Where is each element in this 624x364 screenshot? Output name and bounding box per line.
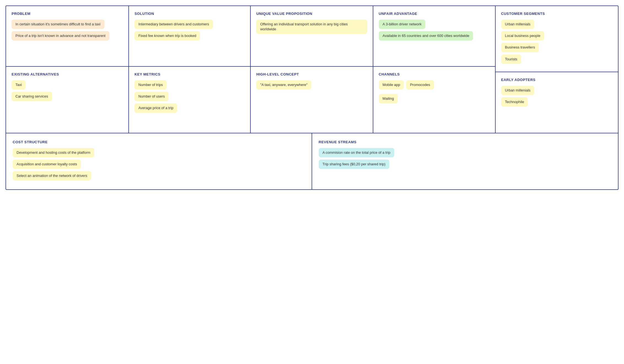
lean-canvas: PROBLEM In certain situation it's someti… — [6, 6, 618, 190]
customer-segments-tags: Urban millenials Local business people B… — [501, 20, 612, 66]
customer-segments-cell: CUSTOMER SEGMENTS Urban millenials Local… — [496, 6, 618, 72]
cost-tag-2: Select an animation of the network of dr… — [13, 171, 91, 180]
solution-tag-0: Intermediary between drivers and custome… — [134, 20, 213, 29]
existing-tag-1: Car sharing services — [12, 92, 52, 101]
solution-title: SOLUTION — [134, 12, 245, 16]
channels-tags: Mobile app Promocodes Mailing — [379, 80, 490, 106]
col-solution: SOLUTION Intermediary between drivers an… — [128, 6, 251, 133]
channels-cell: CHANNELS Mobile app Promocodes Mailing — [373, 67, 495, 127]
revenue-streams-title: REVENUE STREAMS — [319, 140, 612, 144]
segment-tag-2: Business travellers — [501, 43, 539, 52]
col-unfair: UNFAIR ADVANTAGE A 3-billion driver netw… — [373, 6, 496, 133]
revenue-tag-0: A commision rate on the total price of a… — [319, 148, 394, 157]
channels-tag-2: Mailing — [379, 94, 398, 103]
high-level-title: HIGH-LEVEL CONCEPT — [256, 72, 367, 76]
uvp-tags: Offering an individual transport solutio… — [256, 20, 367, 36]
existing-alternatives-cell: EXISTING ALTERNATIVES Taxi Car sharing s… — [6, 67, 128, 127]
early-adopters-title: EARLY ADOPTERS — [501, 78, 612, 82]
unfair-tag-0: A 3-billion driver network — [379, 20, 426, 29]
channels-title: CHANNELS — [379, 72, 490, 76]
col-uvp: UNIQUE VALUE PROPOSITION Offering an ind… — [251, 6, 373, 133]
key-metrics-title: KEY METRICS — [134, 72, 245, 76]
high-level-tag-0: "A taxi, anyware, everywhere" — [256, 80, 311, 90]
existing-tag-0: Taxi — [12, 80, 26, 90]
revenue-streams-cell: REVENUE STREAMS A commision rate on the … — [312, 133, 618, 190]
adopter-tag-0: Urban millenials — [501, 86, 534, 95]
solution-tags: Intermediary between drivers and custome… — [134, 20, 245, 43]
problem-tags: In certain situation it's sometimes diff… — [12, 20, 123, 43]
col-segments: CUSTOMER SEGMENTS Urban millenials Local… — [496, 6, 618, 133]
high-level-cell: HIGH-LEVEL CONCEPT "A taxi, anyware, eve… — [251, 67, 372, 127]
bottom-section: COST STRUCTURE Development and hosting c… — [6, 133, 618, 190]
unfair-advantage-title: UNFAIR ADVANTAGE — [379, 12, 490, 16]
high-level-tags: "A taxi, anyware, everywhere" — [256, 80, 367, 92]
cost-structure-cell: COST STRUCTURE Development and hosting c… — [6, 133, 312, 190]
problem-tag-1: Price of a trip isn't known in advance a… — [12, 31, 109, 41]
top-section: PROBLEM In certain situation it's someti… — [6, 6, 618, 133]
unfair-advantage-tags: A 3-billion driver network Available in … — [379, 20, 490, 43]
segment-tag-1: Local business people — [501, 31, 544, 41]
key-metrics-tag-2: Average price of a trip — [134, 103, 177, 113]
key-metrics-tags: Number of trips Number of users Average … — [134, 80, 245, 115]
unfair-advantage-cell: UNFAIR ADVANTAGE A 3-billion driver netw… — [373, 6, 495, 67]
problem-title: PROBLEM — [12, 12, 123, 16]
cost-structure-tags: Development and hosting costs of the pla… — [13, 148, 305, 183]
revenue-streams-tags: A commision rate on the total price of a… — [319, 148, 612, 171]
key-metrics-cell: KEY METRICS Number of trips Number of us… — [129, 67, 250, 127]
cost-structure-title: COST STRUCTURE — [13, 140, 305, 144]
early-adopters-tags: Urban millenials Technophile — [501, 86, 612, 109]
uvp-title: UNIQUE VALUE PROPOSITION — [256, 12, 367, 16]
revenue-tag-1: Trip sharing fees ($0,20 per shared trip… — [319, 160, 390, 169]
problem-tag-0: In certain situation it's sometimes diff… — [12, 20, 104, 29]
existing-alternatives-title: EXISTING ALTERNATIVES — [12, 72, 123, 76]
solution-cell: SOLUTION Intermediary between drivers an… — [129, 6, 250, 67]
uvp-cell: UNIQUE VALUE PROPOSITION Offering an ind… — [251, 6, 372, 67]
customer-segments-title: CUSTOMER SEGMENTS — [501, 12, 612, 16]
existing-alternatives-tags: Taxi Car sharing services — [12, 80, 123, 103]
cost-tag-0: Development and hosting costs of the pla… — [13, 148, 94, 157]
key-metrics-tag-1: Number of users — [134, 92, 169, 101]
key-metrics-tag-0: Number of trips — [134, 80, 167, 90]
unfair-tag-1: Available in 65 countries and over 600 c… — [379, 31, 473, 41]
col-problem: PROBLEM In certain situation it's someti… — [6, 6, 128, 133]
segment-tag-0: Urban millenials — [501, 20, 534, 29]
segment-tag-3: Tourists — [501, 55, 521, 64]
cost-tag-1: Acquisition and customer loyalty costs — [13, 160, 81, 169]
solution-tag-1: Fixed fee known when trip is booked — [134, 31, 200, 41]
uvp-tag-0: Offering an individual transport solutio… — [256, 20, 367, 34]
channels-tag-1: Promocodes — [406, 80, 434, 90]
adopter-tag-1: Technophile — [501, 97, 528, 107]
channels-tag-0: Mobile app — [379, 80, 404, 90]
problem-cell: PROBLEM In certain situation it's someti… — [6, 6, 128, 67]
early-adopters-cell: EARLY ADOPTERS Urban millenials Technoph… — [496, 72, 618, 133]
